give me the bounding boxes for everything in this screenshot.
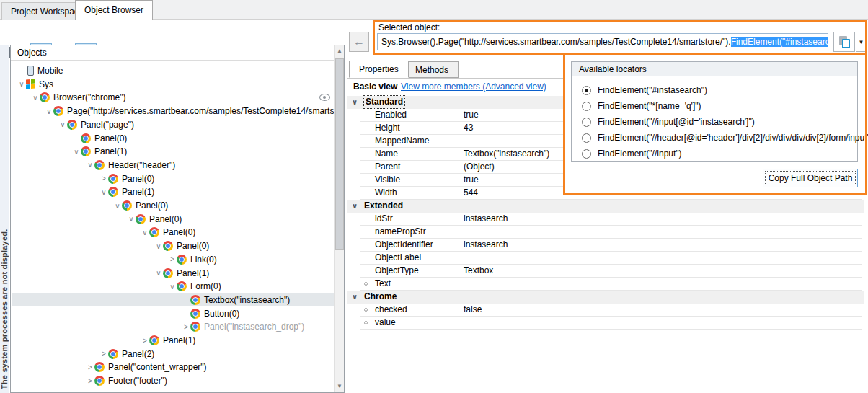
collapse-icon[interactable]: ∨	[154, 269, 163, 277]
collapse-icon[interactable]: ∨	[45, 107, 53, 115]
property-row[interactable]: idStrinstasearch	[347, 213, 864, 226]
property-section-header[interactable]: ∨Extended	[347, 200, 864, 213]
expand-icon[interactable]: ˃	[86, 377, 94, 385]
tree-item-label: Form(0)	[190, 281, 221, 291]
tree-item[interactable]: ∨Header("header")	[12, 159, 334, 172]
tree-item[interactable]: ∨Panel("page")	[12, 118, 334, 131]
tree-item[interactable]: Mobile	[12, 64, 334, 77]
property-name: Enabled	[375, 109, 407, 121]
radio-icon[interactable]	[582, 86, 591, 95]
tree-item[interactable]: ˃Footer("footer")	[12, 374, 334, 387]
property-name: ObjectLabel	[375, 252, 421, 264]
property-row[interactable]: ObjectTypeTextbox	[347, 265, 864, 278]
collapse-icon[interactable]: ∨	[72, 148, 81, 156]
locator-label: FindElement("//input")	[598, 149, 682, 159]
locator-option[interactable]: FindElement("//input")	[582, 148, 682, 159]
property-row[interactable]: Text	[347, 278, 864, 291]
advanced-view-link[interactable]: View more members (Advanced view)	[401, 81, 546, 92]
tree-item[interactable]: Button(0)	[12, 307, 334, 320]
selected-object-input[interactable]: Sys.Browser().Page("http://services.smar…	[377, 33, 828, 50]
tree-item[interactable]: ∨Panel(0)	[12, 226, 334, 239]
tree-item[interactable]: ˃Panel("instasearch_drop")	[12, 320, 334, 333]
locator-label: FindElement("#instasearch")	[598, 85, 707, 95]
property-name: checked	[375, 304, 407, 316]
tab-properties[interactable]: Properties	[349, 61, 409, 78]
tree-item[interactable]: Panel(0)	[12, 132, 334, 145]
tree-item[interactable]: ∨Form(0)	[12, 280, 334, 293]
copy-selection-button[interactable]	[833, 32, 855, 52]
window-tab-strip: Project Workspace Object Browser	[0, 0, 868, 20]
system-processes-note-strip: The system processes are not displayed.	[0, 45, 9, 393]
tree-item-label: Footer("footer")	[108, 376, 167, 386]
tree-item[interactable]: ∨Panel(0)	[12, 213, 334, 226]
back-button[interactable]: ←	[349, 32, 369, 52]
copy-full-object-path-button[interactable]: Copy Full Object Path	[763, 169, 858, 187]
chrome-icon	[94, 160, 105, 170]
tree-item[interactable]: ˃Link(0)	[12, 253, 334, 266]
collapse-icon[interactable]: ∨	[352, 96, 358, 108]
property-row[interactable]: ObjectIdentifierinstasearch	[347, 239, 864, 252]
expand-icon[interactable]: ˃	[99, 175, 108, 182]
expand-icon[interactable]: ˃	[182, 323, 190, 331]
collapse-icon[interactable]: ∨	[352, 200, 358, 212]
tab-object-browser[interactable]: Object Browser	[75, 0, 153, 20]
property-name: ObjectIdentifier	[375, 239, 433, 251]
tree-scrollbar-thumb[interactable]	[335, 58, 344, 250]
radio-icon[interactable]	[582, 102, 591, 111]
radio-icon[interactable]	[582, 118, 591, 127]
property-row[interactable]: value	[347, 317, 864, 330]
tree-item[interactable]: ˃Panel("content_wrapper")	[12, 361, 334, 374]
tab-methods[interactable]: Methods	[405, 61, 459, 78]
collapse-icon[interactable]: ∨	[17, 80, 26, 88]
collapse-icon[interactable]: ∨	[31, 94, 40, 102]
expand-icon[interactable]: ˃	[99, 350, 108, 358]
locator-option[interactable]: FindElement("//header[@id='header']/div[…	[582, 132, 868, 143]
collapse-icon[interactable]: ∨	[154, 242, 163, 250]
tree-item[interactable]: ∨Page("http://services.smartbear.com/sam…	[12, 105, 334, 118]
radio-icon[interactable]	[582, 149, 591, 159]
property-section-header[interactable]: ∨Chrome	[347, 291, 864, 304]
tree-item[interactable]: ˃Panel(1)	[12, 334, 334, 347]
expand-icon[interactable]: ˃	[86, 363, 94, 371]
expand-icon[interactable]: ˃	[168, 255, 177, 263]
collapse-icon[interactable]: ∨	[127, 215, 136, 223]
tree-item-label: Link(0)	[190, 255, 217, 265]
collapse-icon[interactable]: ∨	[58, 120, 67, 128]
locator-option[interactable]: FindElement("*[name='q']")	[582, 100, 701, 112]
collapse-icon[interactable]: ∨	[141, 229, 149, 237]
radio-icon[interactable]	[582, 133, 591, 143]
scroll-down-icon[interactable]: ▼	[335, 381, 345, 392]
collapse-icon[interactable]: ∨	[99, 188, 108, 196]
tree-item[interactable]: ˃Panel(0)	[12, 172, 334, 185]
tree-item[interactable]: ∨Panel(0)	[12, 239, 334, 252]
tree-item[interactable]: ∨Browser("chrome")	[12, 91, 334, 104]
property-value: 43	[464, 122, 473, 134]
windows-icon	[26, 79, 35, 89]
tree-item-label: Textbox("instasearch")	[204, 295, 290, 305]
locator-label: FindElement("*[name='q']")	[598, 101, 701, 111]
scroll-up-icon[interactable]: ▲	[335, 46, 345, 56]
property-row[interactable]: ObjectLabel	[347, 252, 864, 265]
expand-icon[interactable]: ˃	[141, 337, 149, 345]
property-name: Name	[375, 148, 398, 160]
locator-option[interactable]: FindElement("//input[@id='instasearch']"…	[582, 116, 755, 128]
collapse-icon[interactable]: ∨	[86, 161, 94, 169]
tree-item[interactable]: ˃Panel(2)	[12, 348, 334, 361]
collapse-icon[interactable]: ∨	[352, 291, 358, 303]
property-row[interactable]: namePropStr	[347, 226, 864, 239]
collapse-icon[interactable]: ∨	[168, 283, 177, 291]
section-name: Extended	[364, 200, 403, 212]
collapse-icon[interactable]: ∨	[113, 202, 122, 210]
tree-item-label: Page("http://services.smartbear.com/samp…	[67, 106, 334, 116]
tree-item[interactable]: Textbox("instasearch")	[12, 293, 334, 306]
property-row[interactable]: checkedfalse	[347, 304, 864, 317]
tree-item[interactable]: ∨Panel(1)	[12, 267, 334, 280]
tree-scrollbar[interactable]: ▲ ▼	[334, 45, 344, 392]
tree-item[interactable]: ∨Panel(1)	[12, 145, 334, 158]
copy-dropdown-button[interactable]: ▼	[856, 32, 867, 52]
property-bullet-icon	[364, 282, 368, 286]
tree-item[interactable]: ∨Panel(1)	[12, 185, 334, 198]
tree-item[interactable]: ∨Panel(0)	[12, 199, 334, 212]
tree-item[interactable]: ∨Sys	[12, 78, 334, 91]
locator-option[interactable]: FindElement("#instasearch")	[582, 84, 707, 96]
